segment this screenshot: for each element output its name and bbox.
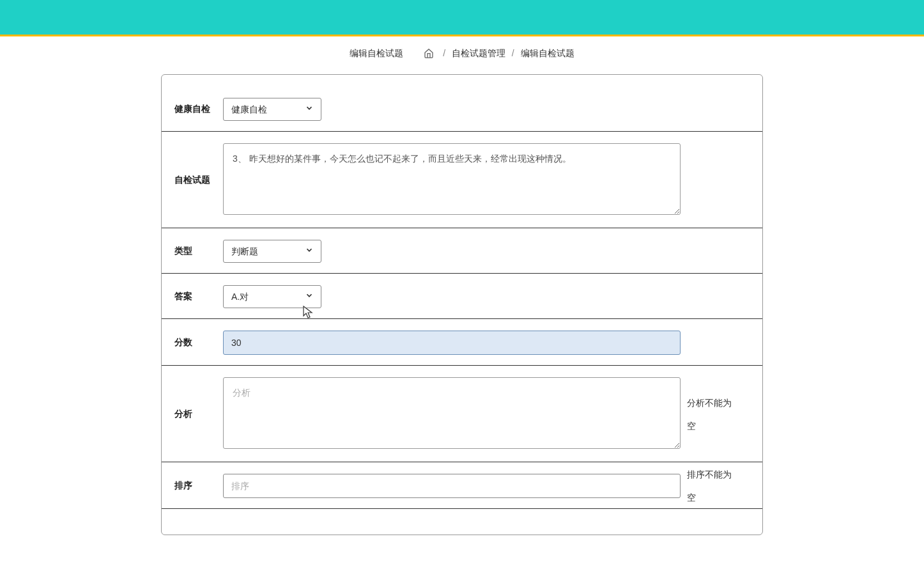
sort-error: 排序不能为空 bbox=[687, 463, 738, 510]
breadcrumb-current: 编辑自检试题 bbox=[521, 48, 574, 58]
label-answer: 答案 bbox=[174, 291, 223, 302]
row-answer: 答案 A.对 bbox=[162, 274, 762, 319]
question-textarea[interactable]: 3、 昨天想好的某件事，今天怎么也记不起来了，而且近些天来，经常出现这种情况。 bbox=[223, 143, 681, 215]
breadcrumb-sep: / bbox=[443, 48, 445, 58]
breadcrumb-link-management[interactable]: 自检试题管理 bbox=[452, 48, 505, 58]
label-question: 自检试题 bbox=[174, 175, 223, 186]
top-bar bbox=[0, 0, 924, 35]
score-input[interactable] bbox=[223, 331, 681, 355]
row-category: 健康自检 健康自检 bbox=[162, 86, 762, 132]
label-analysis: 分析 bbox=[174, 409, 223, 420]
row-question: 自检试题 3、 昨天想好的某件事，今天怎么也记不起来了，而且近些天来，经常出现这… bbox=[162, 132, 762, 228]
row-analysis: 分析 分析不能为空 bbox=[162, 366, 762, 462]
label-category: 健康自检 bbox=[174, 104, 223, 115]
analysis-error: 分析不能为空 bbox=[687, 391, 738, 438]
category-select[interactable]: 健康自检 bbox=[223, 98, 321, 121]
row-type: 类型 判断题 bbox=[162, 228, 762, 274]
type-select[interactable]: 判断题 bbox=[223, 240, 321, 263]
label-sort: 排序 bbox=[174, 480, 223, 492]
answer-select[interactable]: A.对 bbox=[223, 285, 321, 308]
breadcrumb: 编辑自检试题 / 自检试题管理 / 编辑自检试题 bbox=[0, 36, 924, 74]
row-score: 分数 bbox=[162, 319, 762, 366]
analysis-textarea[interactable] bbox=[223, 377, 681, 449]
label-type: 类型 bbox=[174, 246, 223, 257]
sort-input[interactable] bbox=[223, 474, 681, 498]
row-sort: 排序 排序不能为空 bbox=[162, 462, 762, 509]
home-icon[interactable] bbox=[424, 48, 434, 60]
form-container: 健康自检 健康自检 自检试题 3、 昨天想好的某件事，今天怎么也记不起 bbox=[161, 74, 763, 535]
page-title: 编辑自检试题 bbox=[350, 48, 403, 58]
label-score: 分数 bbox=[174, 337, 223, 348]
breadcrumb-sep: / bbox=[512, 48, 514, 58]
